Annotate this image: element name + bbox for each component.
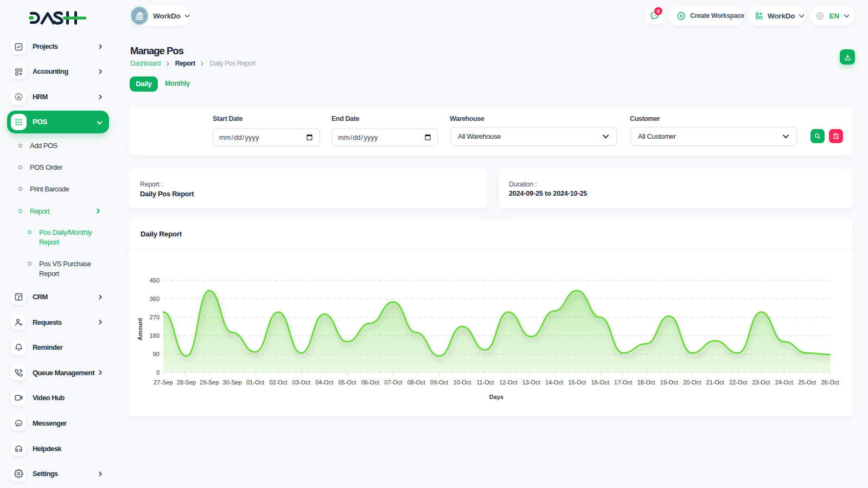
svg-text:13-Oct: 13-Oct	[522, 379, 540, 386]
svg-text:18-Oct: 18-Oct	[637, 379, 655, 386]
svg-text:Amount: Amount	[137, 318, 143, 341]
svg-text:17-Oct: 17-Oct	[614, 379, 632, 386]
svg-text:90: 90	[153, 351, 159, 357]
svg-text:04-Oct: 04-Oct	[315, 379, 333, 386]
svg-text:180: 180	[150, 332, 159, 339]
svg-text:09-Oct: 09-Oct	[430, 379, 448, 386]
svg-text:270: 270	[150, 314, 159, 320]
svg-text:11-Oct: 11-Oct	[476, 379, 494, 386]
svg-text:05-Oct: 05-Oct	[338, 379, 356, 386]
svg-text:Days: Days	[489, 394, 503, 400]
svg-text:19-Oct: 19-Oct	[660, 379, 678, 386]
svg-text:07-Oct: 07-Oct	[384, 379, 402, 386]
svg-text:450: 450	[150, 277, 159, 284]
svg-text:30-Sep: 30-Sep	[222, 379, 241, 386]
svg-text:29-Sep: 29-Sep	[200, 379, 219, 386]
svg-text:23-Oct: 23-Oct	[752, 379, 770, 386]
svg-text:27-Sep: 27-Sep	[154, 379, 173, 386]
svg-text:01-Oct: 01-Oct	[246, 379, 264, 386]
svg-text:22-Oct: 22-Oct	[729, 379, 747, 386]
svg-text:08-Oct: 08-Oct	[407, 379, 425, 386]
svg-text:360: 360	[150, 296, 159, 302]
svg-text:0: 0	[156, 369, 159, 376]
svg-text:16-Oct: 16-Oct	[591, 379, 609, 386]
svg-text:03-Oct: 03-Oct	[292, 379, 310, 386]
svg-text:25-Oct: 25-Oct	[798, 379, 816, 386]
svg-text:26-Oct: 26-Oct	[821, 379, 839, 386]
svg-text:24-Oct: 24-Oct	[775, 379, 793, 386]
svg-text:10-Oct: 10-Oct	[453, 379, 471, 386]
svg-text:12-Oct: 12-Oct	[499, 379, 517, 386]
svg-text:21-Oct: 21-Oct	[706, 379, 724, 386]
svg-text:28-Sep: 28-Sep	[177, 379, 196, 386]
svg-text:06-Oct: 06-Oct	[361, 379, 379, 386]
svg-text:15-Oct: 15-Oct	[568, 379, 586, 386]
svg-text:20-Oct: 20-Oct	[683, 379, 701, 386]
svg-text:14-Oct: 14-Oct	[545, 379, 563, 386]
svg-text:02-Oct: 02-Oct	[269, 379, 287, 386]
